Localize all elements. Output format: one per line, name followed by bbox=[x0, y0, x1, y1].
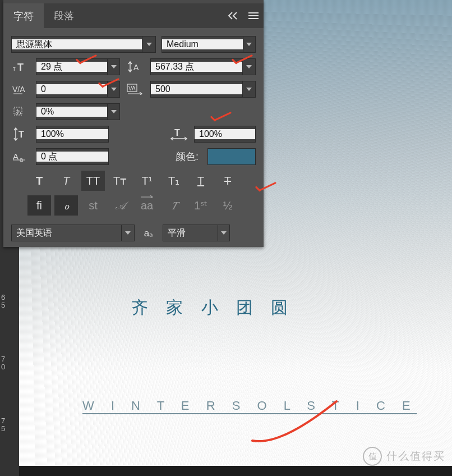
collapse-icon[interactable] bbox=[223, 6, 243, 26]
panel-tabs: 字符 段落 bbox=[3, 3, 264, 28]
bottom-bar bbox=[19, 466, 452, 476]
chevron-down-icon[interactable] bbox=[107, 104, 119, 120]
tab-paragraph[interactable]: 段落 bbox=[44, 3, 84, 28]
ligatures-button[interactable]: fi bbox=[27, 195, 51, 216]
chevron-down-icon[interactable] bbox=[242, 59, 255, 75]
tab-character[interactable]: 字符 bbox=[3, 3, 44, 28]
kerning-icon: V/A bbox=[11, 81, 30, 98]
tsume-icon: あ bbox=[11, 103, 30, 120]
horizontal-scale-input[interactable] bbox=[195, 129, 255, 139]
titling-button[interactable]: 𝑇 bbox=[162, 195, 186, 216]
chevron-down-icon[interactable] bbox=[243, 36, 255, 52]
font-family-input[interactable] bbox=[12, 39, 142, 49]
baseline-shift-combo[interactable] bbox=[36, 148, 109, 165]
tracking-combo[interactable] bbox=[150, 81, 256, 98]
svg-text:T: T bbox=[19, 130, 24, 139]
superscript-button[interactable]: T¹ bbox=[135, 171, 159, 191]
watermark-badge: 值 bbox=[363, 447, 382, 466]
chevron-down-icon[interactable] bbox=[121, 225, 134, 241]
chevron-down-icon[interactable] bbox=[218, 225, 229, 241]
underline-button[interactable]: T bbox=[189, 171, 213, 191]
tsume-input[interactable] bbox=[36, 107, 107, 117]
italic-button[interactable]: T bbox=[54, 171, 78, 191]
strikethrough-button[interactable]: T bbox=[216, 171, 239, 191]
svg-text:VA: VA bbox=[128, 85, 136, 91]
font-style-input[interactable] bbox=[162, 39, 243, 49]
alternates-button[interactable]: aa bbox=[135, 195, 159, 216]
character-panel: 字符 段落 bbox=[3, 0, 264, 247]
svg-text:V/A: V/A bbox=[12, 85, 25, 94]
kerning-combo[interactable] bbox=[36, 81, 120, 98]
language-value: 美国英语 bbox=[12, 227, 121, 239]
tsume-combo[interactable] bbox=[36, 103, 120, 120]
leading-icon: A bbox=[126, 58, 145, 75]
font-size-combo[interactable] bbox=[36, 58, 120, 75]
svg-text:a: a bbox=[20, 156, 24, 163]
vertical-scale-icon: T bbox=[11, 126, 30, 143]
ruler-tick: 5 bbox=[1, 425, 18, 432]
color-label: 颜色: bbox=[176, 150, 202, 163]
vertical-scale-combo[interactable] bbox=[36, 126, 109, 143]
font-size-icon: тT bbox=[11, 58, 30, 75]
opentype-row: fi ℴ st 𝒜 aa 𝑇 1ˢᵗ ½ bbox=[11, 195, 256, 216]
watermark-text: 什么值得买 bbox=[386, 449, 445, 464]
svg-text:A: A bbox=[13, 152, 19, 161]
font-size-input[interactable] bbox=[36, 62, 107, 72]
ruler-tick: 0 bbox=[1, 363, 18, 370]
watermark: 值 什么值得买 bbox=[363, 447, 445, 466]
ordinals-button[interactable]: 1ˢᵗ bbox=[189, 195, 213, 216]
ruler-tick: 5 bbox=[1, 301, 18, 309]
ruler-tick: 7 bbox=[1, 417, 18, 424]
leading-combo[interactable] bbox=[150, 58, 256, 75]
svg-text:т: т bbox=[13, 66, 16, 72]
canvas-text-cn[interactable]: 齐 家 小 团 圆 bbox=[131, 296, 294, 319]
vertical-scale-input[interactable] bbox=[36, 129, 108, 139]
chevron-down-icon[interactable] bbox=[107, 59, 119, 75]
tracking-input[interactable] bbox=[151, 84, 242, 94]
smallcaps-button[interactable]: Tᴛ bbox=[108, 171, 132, 191]
baseline-shift-input[interactable] bbox=[36, 152, 108, 162]
horizontal-scale-icon: T bbox=[169, 126, 188, 143]
svg-text:A: A bbox=[133, 63, 139, 72]
chevron-down-icon[interactable] bbox=[107, 81, 119, 97]
language-combo[interactable]: 美国英语 bbox=[11, 225, 135, 241]
swash-button[interactable]: ℴ bbox=[54, 195, 78, 216]
canvas-text-en[interactable]: W I N T E R S O L S T I C E bbox=[82, 399, 417, 413]
contextual-button[interactable]: 𝒜 bbox=[108, 195, 132, 216]
allcaps-button[interactable]: TT bbox=[81, 171, 105, 191]
svg-text:T: T bbox=[17, 62, 24, 73]
kerning-input[interactable] bbox=[36, 84, 107, 94]
svg-text:T: T bbox=[174, 128, 180, 138]
font-style-combo[interactable] bbox=[162, 36, 256, 53]
ruler-tick: 7 bbox=[1, 355, 18, 363]
antialias-icon: aₐ bbox=[140, 225, 157, 241]
antialias-value: 平滑 bbox=[163, 227, 218, 239]
stylistic-button[interactable]: st bbox=[81, 195, 105, 216]
baseline-shift-icon: Aa bbox=[11, 148, 30, 165]
color-swatch[interactable] bbox=[207, 148, 256, 165]
chevron-down-icon[interactable] bbox=[142, 36, 155, 52]
svg-text:あ: あ bbox=[15, 108, 21, 115]
type-style-row: T T TT Tᴛ T¹ T₁ T T bbox=[11, 171, 256, 191]
ruler-tick: 6 bbox=[1, 294, 18, 301]
panel-menu-icon[interactable] bbox=[243, 6, 264, 26]
leading-input[interactable] bbox=[151, 62, 242, 72]
font-family-combo[interactable] bbox=[11, 36, 156, 53]
fractions-button[interactable]: ½ bbox=[216, 195, 239, 216]
antialias-combo[interactable]: 平滑 bbox=[163, 225, 230, 241]
bold-button[interactable]: T bbox=[27, 171, 51, 191]
subscript-button[interactable]: T₁ bbox=[162, 171, 186, 191]
chevron-down-icon[interactable] bbox=[242, 81, 255, 97]
horizontal-scale-combo[interactable] bbox=[194, 126, 256, 143]
tracking-icon: VA bbox=[126, 81, 145, 98]
